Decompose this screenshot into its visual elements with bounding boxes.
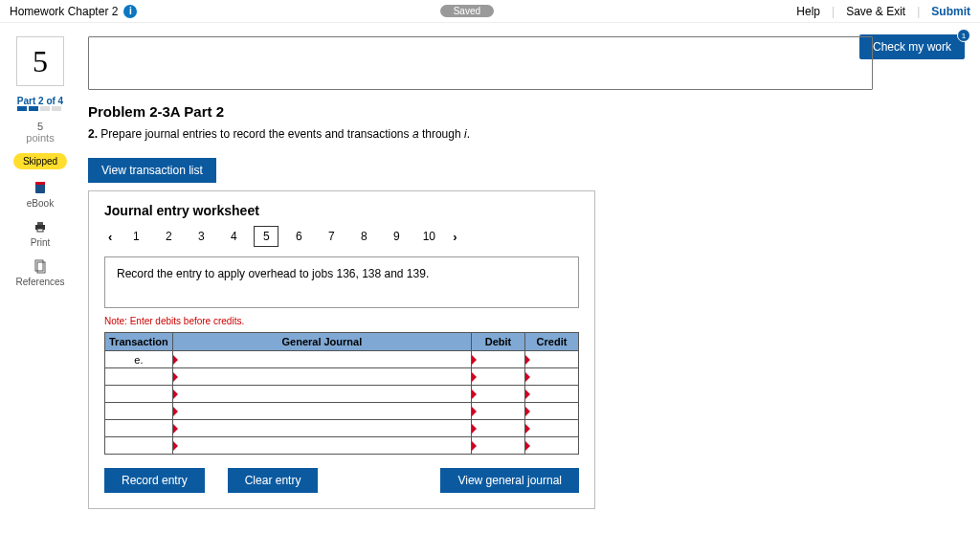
book-icon <box>32 179 49 196</box>
divider: | <box>917 5 920 18</box>
table-row <box>105 437 579 455</box>
svg-rect-3 <box>37 222 43 225</box>
cell-general-journal[interactable] <box>172 351 471 368</box>
print-label: Print <box>31 237 51 248</box>
step-2[interactable]: 2 <box>156 226 181 247</box>
view-general-journal-button[interactable]: View general journal <box>440 468 579 493</box>
points-label: points <box>26 132 54 144</box>
step-5[interactable]: 5 <box>254 226 278 247</box>
entry-prompt: Record the entry to apply overhead to jo… <box>104 256 579 308</box>
cell-transaction[interactable] <box>105 386 173 403</box>
divider: | <box>832 5 835 18</box>
cell-debit[interactable] <box>472 386 525 403</box>
cell-general-journal[interactable] <box>172 437 471 455</box>
ebook-label: eBook <box>27 198 54 209</box>
cell-transaction[interactable] <box>105 403 173 420</box>
cell-debit[interactable] <box>472 368 525 386</box>
top-bar: Homework Chapter 2 i Saved Help | Save &… <box>0 0 980 23</box>
printer-icon <box>32 218 49 235</box>
cell-credit[interactable] <box>525 437 579 455</box>
cell-transaction[interactable]: e. <box>105 351 173 368</box>
col-credit: Credit <box>525 333 579 351</box>
journal-table: Transaction General Journal Debit Credit… <box>104 332 579 455</box>
part-label: Part 2 of 4 <box>17 96 63 106</box>
record-entry-button[interactable]: Record entry <box>104 468 205 493</box>
cell-credit[interactable] <box>525 420 579 437</box>
table-row <box>105 368 579 386</box>
print-tool[interactable]: Print <box>19 218 61 248</box>
cell-credit[interactable] <box>525 351 579 368</box>
cell-general-journal[interactable] <box>172 386 471 403</box>
worksheet-title: Journal entry worksheet <box>104 203 579 218</box>
submit-link[interactable]: Submit <box>931 5 970 18</box>
cell-general-journal[interactable] <box>172 368 471 386</box>
cell-transaction[interactable] <box>105 437 173 455</box>
svg-rect-1 <box>35 182 45 185</box>
help-link[interactable]: Help <box>796 5 820 18</box>
cell-general-journal[interactable] <box>172 420 471 437</box>
table-row <box>105 420 579 437</box>
points-value: 5 <box>37 121 43 132</box>
next-step-arrow[interactable]: › <box>449 230 460 244</box>
step-4[interactable]: 4 <box>221 226 246 247</box>
problem-title: Problem 2-3A Part 2 <box>88 103 970 120</box>
prev-step-arrow[interactable]: ‹ <box>104 230 116 244</box>
ebook-tool[interactable]: eBook <box>19 179 61 209</box>
left-sidebar: 5 Part 2 of 4 5 points Skipped eBook Pri… <box>10 36 71 509</box>
entry-note: Note: Enter debits before credits. <box>104 316 579 326</box>
journal-entry-worksheet: Journal entry worksheet ‹ 12345678910› R… <box>88 190 595 509</box>
table-row: e. <box>105 351 579 368</box>
cell-credit[interactable] <box>525 386 579 403</box>
cell-transaction[interactable] <box>105 420 173 437</box>
view-transaction-list-button[interactable]: View transaction list <box>88 158 216 183</box>
assignment-title: Homework Chapter 2 <box>10 5 118 18</box>
references-label: References <box>15 277 64 287</box>
save-exit-link[interactable]: Save & Exit <box>846 5 905 18</box>
clear-entry-button[interactable]: Clear entry <box>228 468 319 493</box>
cell-debit[interactable] <box>472 403 525 420</box>
step-9[interactable]: 9 <box>384 226 409 247</box>
step-1[interactable]: 1 <box>123 226 148 247</box>
document-icon <box>32 257 49 275</box>
cell-transaction[interactable] <box>105 368 173 386</box>
step-3[interactable]: 3 <box>189 226 213 247</box>
question-number: 5 <box>16 36 64 86</box>
part-progress <box>17 106 61 111</box>
table-row <box>105 386 579 403</box>
cell-debit[interactable] <box>472 420 525 437</box>
cell-debit[interactable] <box>472 437 525 455</box>
saved-indicator: Saved <box>440 5 494 17</box>
col-general-journal: General Journal <box>172 333 471 351</box>
cell-debit[interactable] <box>472 351 525 368</box>
step-7[interactable]: 7 <box>319 226 344 247</box>
step-navigator: ‹ 12345678910› <box>104 226 579 247</box>
col-debit: Debit <box>472 333 525 351</box>
info-icon[interactable]: i <box>123 5 137 18</box>
cell-credit[interactable] <box>525 368 579 386</box>
problem-instruction: 2. Prepare journal entries to record the… <box>88 127 970 141</box>
cell-general-journal[interactable] <box>172 403 471 420</box>
step-6[interactable]: 6 <box>286 226 311 247</box>
step-10[interactable]: 10 <box>416 226 441 247</box>
col-transaction: Transaction <box>105 333 173 351</box>
references-tool[interactable]: References <box>19 257 61 287</box>
main-content: Problem 2-3A Part 2 2. Prepare journal e… <box>88 36 970 509</box>
answer-area[interactable] <box>88 36 873 90</box>
skipped-badge: Skipped <box>13 153 67 169</box>
svg-rect-4 <box>37 229 43 232</box>
cell-credit[interactable] <box>525 403 579 420</box>
step-8[interactable]: 8 <box>351 226 376 247</box>
points: 5 points <box>10 121 71 144</box>
table-row <box>105 403 579 420</box>
